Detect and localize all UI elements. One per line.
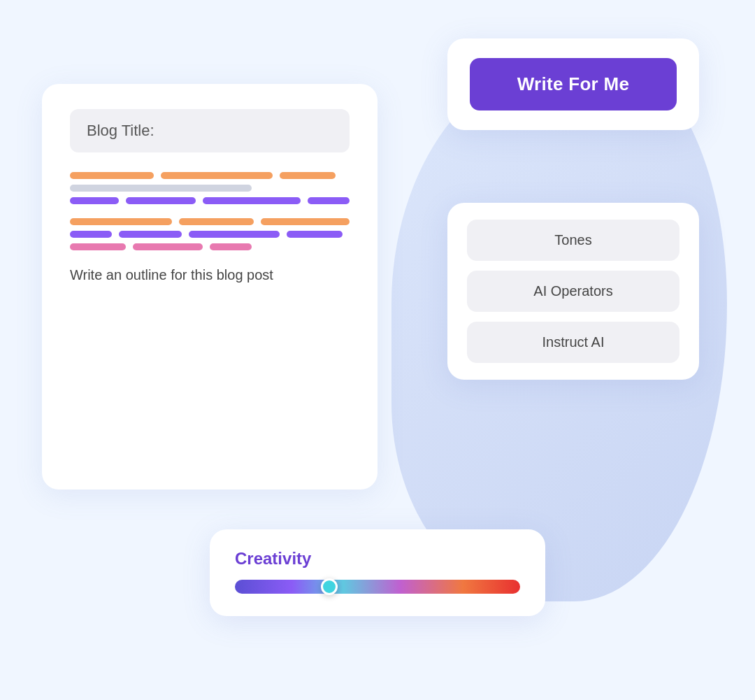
line-purple-2	[126, 197, 196, 204]
text-lines-group-2	[70, 218, 350, 250]
tones-button[interactable]: Tones	[467, 220, 680, 261]
line-gray-1	[70, 185, 252, 192]
creativity-card: Creativity	[210, 529, 545, 616]
line-purple-3	[203, 197, 301, 204]
blog-title-field[interactable]: Blog Title:	[70, 109, 350, 152]
creativity-slider-thumb[interactable]	[321, 578, 338, 595]
line-orange-3	[280, 172, 336, 179]
creativity-label: Creativity	[235, 549, 520, 569]
scene: Blog Title:	[0, 0, 755, 700]
line-pink-2	[133, 243, 203, 250]
outline-text: Write an outline for this blog post	[70, 267, 350, 283]
line-pink-3	[210, 243, 252, 250]
line-pink-1	[70, 243, 126, 250]
line-purple-5	[70, 231, 112, 238]
line-orange-6	[261, 218, 350, 225]
line-purple-8	[287, 231, 343, 238]
line-purple-7	[189, 231, 280, 238]
line-orange-2	[161, 172, 273, 179]
write-for-me-button[interactable]: Write For Me	[470, 58, 677, 110]
line-purple-4	[308, 197, 350, 204]
line-orange-1	[70, 172, 154, 179]
text-lines-group-1	[70, 172, 350, 204]
line-purple-6	[119, 231, 182, 238]
write-for-me-card: Write For Me	[447, 38, 699, 130]
ai-operators-button[interactable]: AI Operators	[467, 271, 680, 312]
line-orange-4	[70, 218, 172, 225]
line-orange-5	[179, 218, 254, 225]
line-purple-1	[70, 197, 119, 204]
creativity-slider-track[interactable]	[235, 580, 520, 594]
options-card: Tones AI Operators Instruct AI	[447, 203, 699, 380]
document-card: Blog Title:	[42, 84, 378, 490]
instruct-ai-button[interactable]: Instruct AI	[467, 322, 680, 363]
